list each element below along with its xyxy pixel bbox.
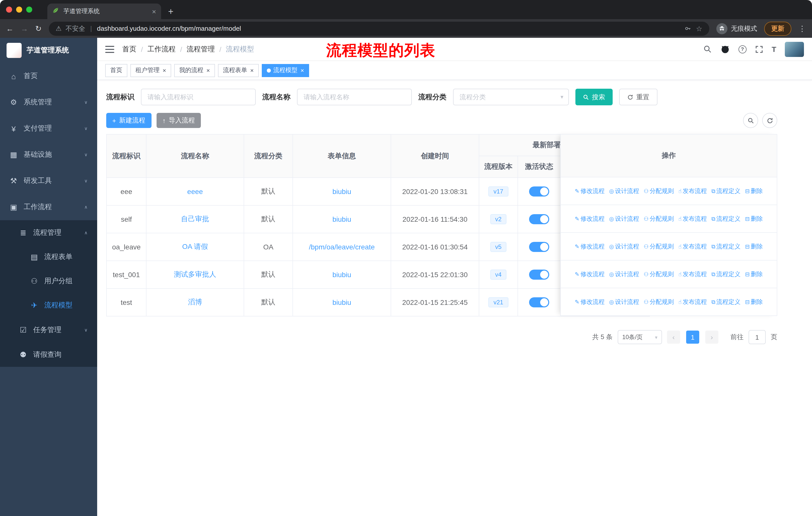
new-tab-button[interactable]: +	[168, 6, 173, 17]
form-info-link[interactable]: biubiu	[332, 298, 351, 306]
deploy-process-link[interactable]: ☝发布流程	[678, 187, 707, 195]
assign-rule-link[interactable]: ⚇分配规则	[644, 214, 674, 223]
sidebar-item-home[interactable]: ⌂ 首页	[0, 63, 97, 89]
active-toggle[interactable]	[529, 214, 549, 224]
goto-page-input[interactable]	[749, 330, 766, 344]
process-definition-link[interactable]: ⧉流程定义	[711, 270, 741, 278]
security-warning-icon[interactable]: ⚠	[56, 25, 61, 32]
minimize-window-button[interactable]	[16, 6, 22, 12]
incognito-indicator[interactable]: 无痕模式	[716, 23, 757, 34]
form-info-link[interactable]: /bpm/oa/leave/create	[309, 243, 375, 251]
process-definition-link[interactable]: ⧉流程定义	[711, 214, 741, 223]
url-text[interactable]: dashboard.yudao.iocoder.cn/bpm/manager/m…	[97, 25, 680, 32]
tag-process-form[interactable]: 流程表单 ×	[218, 64, 259, 77]
tab-close-icon[interactable]: ×	[152, 7, 156, 16]
next-page-button[interactable]: ›	[705, 331, 718, 344]
password-key-icon[interactable]	[685, 25, 692, 32]
search-icon[interactable]	[703, 45, 712, 53]
user-avatar[interactable]	[785, 42, 804, 57]
sidebar-logo[interactable]: 芋道管理系统	[0, 38, 97, 63]
sidebar-item-user-group[interactable]: ⚇ 用户分组	[0, 269, 97, 293]
delete-link[interactable]: ⊟删除	[745, 214, 763, 223]
sidebar-item-process-form[interactable]: ▤ 流程表单	[0, 245, 97, 269]
tag-close-icon[interactable]: ×	[250, 67, 254, 74]
tag-home[interactable]: 首页	[105, 64, 127, 77]
process-name-link[interactable]: eeee	[187, 187, 203, 195]
font-size-icon[interactable]: T	[772, 45, 776, 53]
delete-link[interactable]: ⊟删除	[745, 298, 763, 306]
version-badge[interactable]: v2	[490, 214, 506, 224]
refresh-table-button[interactable]	[762, 113, 777, 128]
design-process-link[interactable]: ◎设计流程	[609, 270, 639, 278]
forward-button[interactable]: →	[21, 24, 28, 33]
process-id-input[interactable]	[141, 89, 256, 105]
assign-rule-link[interactable]: ⚇分配规则	[644, 270, 674, 278]
tag-close-icon[interactable]: ×	[206, 67, 210, 74]
show-search-toggle-button[interactable]	[743, 113, 758, 128]
breadcrumb-home[interactable]: 首页	[122, 45, 137, 54]
help-icon[interactable]: ?	[738, 45, 747, 53]
version-badge[interactable]: v21	[489, 297, 509, 307]
tag-close-icon[interactable]: ×	[300, 67, 304, 74]
bookmark-star-icon[interactable]: ☆	[696, 24, 702, 32]
version-badge[interactable]: v5	[490, 242, 506, 252]
process-definition-link[interactable]: ⧉流程定义	[711, 298, 741, 306]
version-badge[interactable]: v4	[490, 270, 506, 280]
delete-link[interactable]: ⊟删除	[745, 187, 763, 195]
sidebar-item-infra[interactable]: ▦ 基础设施 ∨	[0, 142, 97, 168]
reset-button[interactable]: 重置	[619, 89, 658, 105]
search-button[interactable]: 搜索	[575, 89, 613, 105]
tag-my-process[interactable]: 我的流程 ×	[174, 64, 215, 77]
sidebar-item-devtools[interactable]: ⚒ 研发工具 ∨	[0, 168, 97, 194]
sidebar-item-process-mgmt[interactable]: ≣ 流程管理 ∧	[0, 220, 97, 245]
delete-link[interactable]: ⊟删除	[745, 270, 763, 278]
deploy-process-link[interactable]: ☝发布流程	[678, 242, 707, 251]
design-process-link[interactable]: ◎设计流程	[609, 187, 639, 195]
zoom-window-button[interactable]	[26, 6, 32, 12]
deploy-process-link[interactable]: ☝发布流程	[678, 270, 707, 278]
process-name-link[interactable]: 滔博	[188, 298, 202, 306]
process-definition-link[interactable]: ⧉流程定义	[711, 187, 741, 195]
design-process-link[interactable]: ◎设计流程	[609, 214, 639, 223]
process-name-link[interactable]: 自己审批	[181, 215, 209, 223]
breadcrumb-workflow[interactable]: 工作流程	[147, 45, 176, 54]
process-name-input[interactable]	[297, 89, 412, 105]
browser-menu-icon[interactable]: ⋮	[799, 24, 806, 33]
assign-rule-link[interactable]: ⚇分配规则	[644, 187, 674, 195]
edit-process-link[interactable]: ✎修改流程	[575, 187, 605, 195]
edit-process-link[interactable]: ✎修改流程	[575, 214, 605, 223]
process-name-link[interactable]: 测试多审批人	[174, 270, 216, 278]
active-toggle[interactable]	[529, 297, 549, 307]
process-definition-link[interactable]: ⧉流程定义	[711, 242, 741, 251]
edit-process-link[interactable]: ✎修改流程	[575, 242, 605, 251]
version-badge[interactable]: v17	[489, 186, 509, 196]
sidebar-item-task-mgmt[interactable]: ☑ 任务管理 ∨	[0, 318, 97, 342]
fullscreen-icon[interactable]	[755, 45, 763, 53]
breadcrumb-process-mgmt[interactable]: 流程管理	[187, 45, 215, 54]
deploy-process-link[interactable]: ☝发布流程	[678, 298, 707, 306]
tag-process-model[interactable]: 流程模型 ×	[262, 64, 309, 77]
assign-rule-link[interactable]: ⚇分配规则	[644, 298, 674, 306]
window-controls[interactable]	[0, 0, 38, 19]
process-name-link[interactable]: OA 请假	[182, 242, 208, 250]
active-toggle[interactable]	[529, 242, 549, 252]
back-button[interactable]: ←	[6, 24, 13, 33]
form-info-link[interactable]: biubiu	[332, 187, 351, 195]
edit-process-link[interactable]: ✎修改流程	[575, 298, 605, 306]
reload-button[interactable]: ↻	[35, 24, 41, 33]
edit-process-link[interactable]: ✎修改流程	[575, 270, 605, 278]
collapse-sidebar-icon[interactable]	[105, 46, 114, 53]
design-process-link[interactable]: ◎设计流程	[609, 242, 639, 251]
active-toggle[interactable]	[529, 270, 549, 280]
design-process-link[interactable]: ◎设计流程	[609, 298, 639, 306]
create-process-button[interactable]: + 新建流程	[106, 113, 151, 128]
sidebar-item-system[interactable]: ⚙ 系统管理 ∨	[0, 89, 97, 115]
import-process-button[interactable]: ↑ 导入流程	[156, 113, 201, 128]
sidebar-item-workflow[interactable]: ▣ 工作流程 ∧	[0, 194, 97, 220]
deploy-process-link[interactable]: ☝发布流程	[678, 214, 707, 223]
prev-page-button[interactable]: ‹	[667, 331, 680, 344]
browser-tab[interactable]: 芋道管理系统 ×	[47, 3, 161, 19]
form-info-link[interactable]: biubiu	[332, 271, 351, 279]
assign-rule-link[interactable]: ⚇分配规则	[644, 242, 674, 251]
address-bar[interactable]: ⚠ 不安全 | dashboard.yudao.iocoder.cn/bpm/m…	[49, 21, 709, 35]
